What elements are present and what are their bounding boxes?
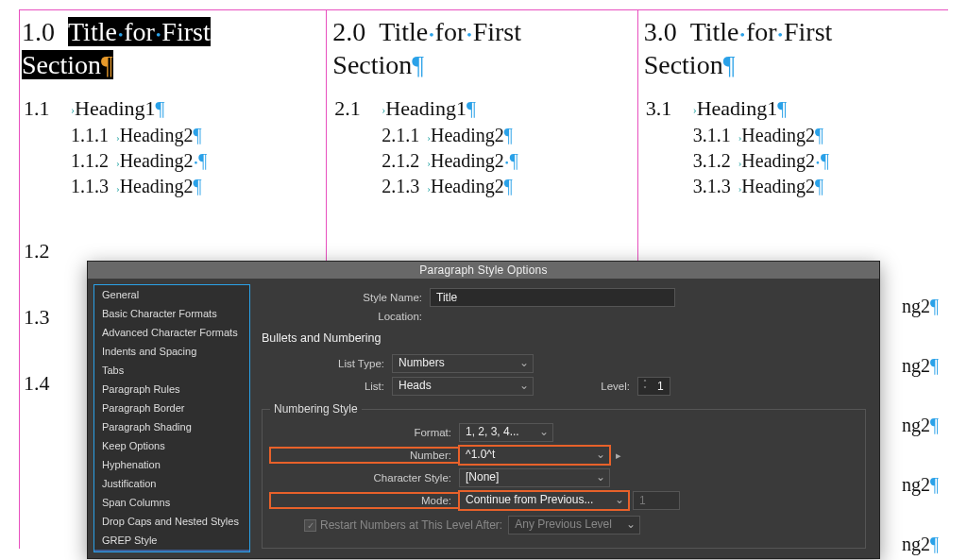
heading2-fragment: ng2¶ <box>902 355 939 377</box>
sidebar-item[interactable]: Bullets and Numbering <box>94 550 249 552</box>
sidebar-item[interactable]: Justification <box>94 474 249 493</box>
sidebar-item[interactable]: GREP Style <box>94 531 249 550</box>
sidebar-item[interactable]: Hyphenation <box>94 455 249 474</box>
sidebar-item[interactable]: Advanced Character Formats <box>94 323 249 342</box>
sidebar-item[interactable]: Paragraph Shading <box>94 417 249 436</box>
format-select[interactable]: 1, 2, 3, 4... <box>459 423 553 442</box>
mode-select[interactable]: Continue from Previous... <box>459 491 629 510</box>
numbering-style-legend: Numbering Style <box>270 402 362 416</box>
heading2-row[interactable]: 1.1.1›Heading2¶ <box>71 125 316 146</box>
heading2-fragment: ng2¶ <box>902 534 939 555</box>
heading1-row[interactable]: 3.1›Heading1¶ <box>646 96 939 121</box>
list-type-select[interactable]: Numbers <box>392 354 534 373</box>
sidebar-item[interactable]: Span Columns <box>94 493 249 512</box>
section-label: Bullets and Numbering <box>262 331 868 345</box>
heading2-row[interactable]: 2.1.1›Heading2¶ <box>382 125 627 146</box>
restart-select[interactable]: Any Previous Level <box>508 516 640 535</box>
location-label: Location: <box>260 311 430 322</box>
start-at-input <box>633 491 680 510</box>
sidebar-item[interactable]: Drop Caps and Nested Styles <box>94 512 249 531</box>
mode-label: Mode: <box>270 493 459 508</box>
dialog-main: Style Name: Location: Bullets and Number… <box>256 279 879 558</box>
number-input[interactable]: ^1.0^t <box>459 446 610 465</box>
sidebar-item[interactable]: Basic Character Formats <box>94 304 249 323</box>
dialog-title: Paragraph Style Options <box>88 262 879 279</box>
heading2-fragment: ng2¶ <box>902 474 939 496</box>
sidebar-item[interactable]: Paragraph Border <box>94 399 249 417</box>
format-label: Format: <box>270 427 459 438</box>
heading1-row[interactable]: 2.1›Heading1¶ <box>334 96 627 121</box>
sidebar-item[interactable]: Indents and Spacing <box>94 342 249 361</box>
sidebar-item[interactable]: Paragraph Rules <box>94 380 249 399</box>
restart-checkbox[interactable]: ✓ <box>304 519 316 532</box>
heading2-row[interactable]: 3.1.3›Heading2¶ <box>693 176 939 197</box>
heading2-row[interactable]: 1.1.2›Heading2•¶ <box>71 150 316 172</box>
section-title[interactable]: 1.0Title•for•FirstSection¶ <box>22 15 316 81</box>
heading2-fragment: ng2¶ <box>902 415 939 436</box>
restart-label: Restart Numbers at This Level After: <box>320 518 502 532</box>
dialog-sidebar: GeneralBasic Character FormatsAdvanced C… <box>88 279 256 558</box>
level-stepper[interactable]: ˄˅ 1 <box>637 377 670 396</box>
heading2-row[interactable]: 3.1.1›Heading2¶ <box>693 125 939 146</box>
dialog-sidebar-list: GeneralBasic Character FormatsAdvanced C… <box>93 284 250 552</box>
paragraph-style-options-dialog: Paragraph Style Options GeneralBasic Cha… <box>87 261 880 559</box>
list-label: List: <box>260 381 392 392</box>
heading2-row[interactable]: 2.1.2›Heading2•¶ <box>382 150 627 172</box>
list-type-label: List Type: <box>260 358 392 369</box>
number-label: Number: <box>270 448 459 463</box>
sidebar-item[interactable]: Keep Options <box>94 436 249 455</box>
charstyle-label: Character Style: <box>270 472 459 484</box>
level-label: Level: <box>534 381 637 392</box>
number-flyout-icon[interactable]: ▸ <box>610 450 621 462</box>
style-name-input[interactable] <box>430 288 675 307</box>
heading1-row[interactable]: 1.1›Heading1¶ <box>24 96 316 121</box>
heading2-fragment: ng2¶ <box>902 296 939 317</box>
list-select[interactable]: Heads <box>392 377 534 396</box>
section-title[interactable]: 2.0Title•for•FirstSection¶ <box>332 15 627 81</box>
heading2-row[interactable]: 2.1.3›Heading2¶ <box>382 176 627 197</box>
heading2-row[interactable]: 3.1.2›Heading2•¶ <box>693 150 939 172</box>
sidebar-item[interactable]: Tabs <box>94 361 249 380</box>
section-title[interactable]: 3.0Title•for•FirstSection¶ <box>644 15 939 81</box>
style-name-label: Style Name: <box>260 292 430 303</box>
sidebar-item[interactable]: General <box>94 285 249 304</box>
heading2-row[interactable]: 1.1.3›Heading2¶ <box>71 176 316 197</box>
charstyle-select[interactable]: [None] <box>459 468 610 487</box>
